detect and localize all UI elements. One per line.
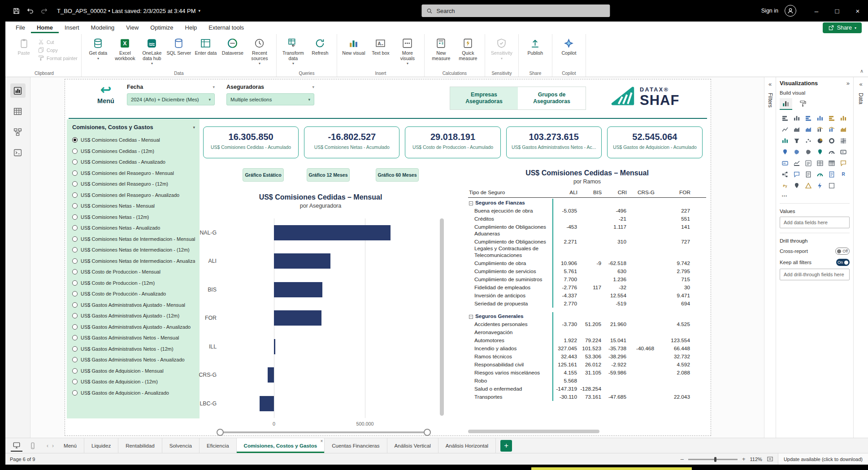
visual-type-python-visual-icon[interactable]: Py bbox=[780, 181, 790, 190]
model-view-button[interactable] bbox=[10, 125, 26, 139]
page-tab-menú[interactable]: Menú bbox=[56, 438, 84, 453]
slider-handle-left[interactable] bbox=[217, 429, 224, 436]
visual-type-power-automate-icon[interactable] bbox=[815, 181, 825, 190]
filters-pane-collapsed[interactable]: « Filters bbox=[764, 77, 776, 438]
visual-type-key-influencers-icon[interactable] bbox=[838, 158, 849, 168]
measure-option-us-comisiones-netas-12m[interactable]: US$ Comisiones Netas - (12m) bbox=[72, 212, 195, 223]
matrix-row-ramos-técnicos[interactable]: Ramos técnicos32.44353.306-38.29632.732 bbox=[468, 352, 706, 361]
matrix-row-cumplimiento-de-obligaciones-legales-y-contractuales-de-telecomunicaciones[interactable]: Cumplimiento de Obligaciones Legales y C… bbox=[468, 238, 706, 259]
undo-icon[interactable] bbox=[26, 7, 34, 15]
visual-type-stacked-column-chart-icon[interactable] bbox=[791, 113, 802, 123]
zoom-level[interactable]: 112% bbox=[750, 457, 762, 462]
visual-type-smart-narrative-icon[interactable] bbox=[803, 170, 814, 179]
visual-type-line-and-clustered-column-chart-icon[interactable] bbox=[826, 125, 837, 134]
ribbon-button-sensitivity[interactable]: Sensitivity▾ bbox=[489, 36, 515, 61]
collapse-slicer-icon[interactable]: ▾ bbox=[213, 85, 215, 89]
matrix-column-header-ali[interactable]: ALI bbox=[553, 189, 578, 196]
visual-type-scatter-chart-icon[interactable] bbox=[803, 136, 814, 145]
title-dropdown-icon[interactable]: ▾ bbox=[199, 9, 201, 13]
matrix-row-buena-ejecución-de-obra[interactable]: Buena ejecución de obra-5.035-496227 bbox=[468, 207, 706, 215]
page-tab-rentabilidad[interactable]: Rentabilidad bbox=[118, 438, 162, 453]
ribbon-button-transform-data[interactable]: Transform data▾ bbox=[280, 36, 306, 66]
measure-option-us-gastos-de-adquisicion-12m[interactable]: US$ Gastos de Adquisicion - (12m) bbox=[72, 376, 195, 387]
slider-track[interactable] bbox=[220, 431, 427, 433]
measure-option-us-costo-de-produccion-12m[interactable]: US$ Costo de Produccion - (12m) bbox=[72, 278, 195, 289]
dax-query-view-button[interactable] bbox=[10, 145, 26, 160]
menu-tab-home[interactable]: Home bbox=[31, 22, 59, 33]
matrix-group-seguros-generales[interactable]: −Seguros Generales bbox=[468, 312, 706, 320]
next-page-icon[interactable]: › bbox=[52, 443, 54, 449]
bar-bis[interactable] bbox=[274, 282, 322, 297]
ribbon-button-dataverse[interactable]: Dataverse bbox=[220, 36, 246, 56]
measure-option-us-comisiones-netas-de-intermediacion-12m[interactable]: US$ Comisiones Netas de Intermediacion -… bbox=[72, 244, 195, 256]
menu-tab-view[interactable]: View bbox=[120, 22, 144, 33]
measure-option-us-comisiones-del-reaseguro-anualizado[interactable]: US$ Comisiones del Reaseguro - Anualizad… bbox=[72, 190, 195, 201]
visual-type-matrix-icon[interactable] bbox=[826, 158, 837, 168]
ribbon-button-onelake-data-hub[interactable]: OneLake data hub▾ bbox=[139, 36, 165, 66]
page-tab-cuentas-financieras[interactable]: Cuentas Financieras bbox=[325, 438, 387, 453]
measure-option-us-gastos-administrativos-netos-anualizado[interactable]: US$ Gastos Administrativos Netos - Anual… bbox=[72, 354, 195, 366]
matrix-column-header-for[interactable]: FOR bbox=[655, 189, 691, 196]
report-view-button[interactable] bbox=[10, 83, 26, 98]
matrix-horizontal-scrollbar[interactable] bbox=[468, 430, 599, 433]
empresas-aseguradoras-button[interactable]: Empresas Aseguradoras bbox=[450, 87, 518, 109]
measure-option-us-comisiones-cedidas-mensual[interactable]: US$ Comisiones Cedidas - Mensual bbox=[72, 135, 195, 146]
measure-option-us-gastos-administrativos-netos-mensual[interactable]: US$ Gastos Administrativos Netos - Mensu… bbox=[72, 332, 195, 344]
fecha-dropdown[interactable]: 2024 (Año) + Diciembre (Mes) ▾ bbox=[127, 93, 215, 105]
visual-type-area-chart-icon[interactable] bbox=[791, 125, 802, 134]
visual-type-slicer-icon[interactable] bbox=[803, 158, 814, 168]
account-avatar-icon[interactable] bbox=[785, 5, 796, 17]
visual-type-100-stacked-column-chart-icon[interactable] bbox=[838, 113, 849, 123]
table-view-button[interactable] bbox=[10, 104, 26, 118]
keep-all-filters-toggle[interactable]: On bbox=[836, 259, 850, 266]
measure-option-us-comisiones-del-reaseguro-mensual[interactable]: US$ Comisiones del Reaseguro - Mensual bbox=[72, 168, 195, 179]
visual-type-stacked-area-chart-icon[interactable] bbox=[803, 125, 814, 134]
bar-ill[interactable] bbox=[274, 339, 275, 354]
zoom-out-button[interactable]: – bbox=[681, 456, 684, 462]
menu-back-button[interactable]: ↩ Menú bbox=[90, 83, 122, 104]
chart-mode-button-gráfico-60-meses[interactable]: Gráfico 60 Meses bbox=[376, 168, 419, 182]
visual-type-pie-chart-icon[interactable] bbox=[815, 136, 825, 145]
slider-handle-right[interactable] bbox=[424, 429, 431, 436]
expand-data-icon[interactable]: « bbox=[859, 81, 862, 87]
web-layout-view-button[interactable] bbox=[11, 440, 22, 452]
menu-tab-file[interactable]: File bbox=[10, 22, 31, 33]
zoom-slider-thumb[interactable] bbox=[714, 457, 716, 462]
measure-option-us-costo-de-produccion-mensual[interactable]: US$ Costo de Produccion - Mensual bbox=[72, 266, 195, 278]
collapse-visualizations-icon[interactable]: » bbox=[846, 80, 850, 87]
close-tab-icon[interactable]: × bbox=[320, 439, 323, 444]
visual-type-clustered-bar-chart-icon[interactable] bbox=[803, 113, 814, 123]
measure-option-us-comisiones-netas-de-intermediacion-anualizado[interactable]: US$ Comisiones Netas de Intermediacion -… bbox=[72, 256, 195, 267]
measure-option-us-comisiones-cedidas-12m[interactable]: US$ Comisiones Cedidas - (12m) bbox=[72, 146, 195, 157]
visual-type-treemap-icon[interactable] bbox=[838, 136, 849, 145]
measure-option-us-gastos-administrativos-ajustado-mensual[interactable]: US$ Gastos Administrativos Ajustado - Me… bbox=[72, 300, 195, 311]
matrix-row-seriedad-de-propuesta[interactable]: Seriedad de propuesta2.770-519694 bbox=[468, 300, 706, 308]
measure-option-us-comisiones-netas-anualizado[interactable]: US$ Comisiones Netas - Anualizado bbox=[72, 222, 195, 234]
expand-filters-icon[interactable]: « bbox=[768, 81, 772, 87]
bar-lbc-g[interactable] bbox=[260, 396, 274, 411]
ribbon-button-new-measure[interactable]: New measure bbox=[428, 36, 454, 61]
bar-chart-visual[interactable]: US$ Comisiones Cedidas – Mensual por Ase… bbox=[195, 191, 446, 436]
visual-type-clustered-column-chart-icon[interactable] bbox=[815, 113, 825, 123]
save-icon[interactable] bbox=[13, 7, 20, 15]
format-visual-mode-button[interactable] bbox=[797, 98, 809, 110]
close-button[interactable]: × bbox=[847, 0, 868, 22]
visual-type-custom-visual-icon[interactable] bbox=[826, 181, 837, 190]
more-visual-types-button[interactable]: … bbox=[780, 190, 850, 199]
ribbon-button-new-visual[interactable]: New visual bbox=[341, 36, 367, 56]
matrix-row-cumplimiento-de-obra[interactable]: Cumplimiento de obra10.906-9-62.5189.742 bbox=[468, 259, 706, 267]
measure-option-us-gastos-administrativos-netos-12m[interactable]: US$ Gastos Administrativos Netos - (12m) bbox=[72, 344, 195, 355]
visual-type-arcgis-map-icon[interactable] bbox=[791, 181, 802, 190]
measure-option-us-comisiones-del-reaseguro-12m[interactable]: US$ Comisiones del Reaseguro - (12m) bbox=[72, 178, 195, 190]
matrix-row-cumplimiento-de-obligaciones-aduaneras[interactable]: Cumplimiento de Obligaciones Aduaneras-4… bbox=[468, 223, 706, 238]
bar-for[interactable] bbox=[274, 310, 321, 326]
visual-type-map-icon[interactable] bbox=[780, 147, 790, 157]
zoom-in-button[interactable]: + bbox=[742, 456, 746, 462]
kpi-card-us-comisiones-cedidas-acumulado[interactable]: 16.305.850US$ Comisiones Cedidas - Acumu… bbox=[203, 126, 299, 158]
matrix-row-inversión-de-anticipos[interactable]: Inversión de anticipos-4.33712.5549.471 bbox=[468, 292, 706, 300]
mobile-layout-view-button[interactable] bbox=[27, 440, 39, 452]
menu-tab-help[interactable]: Help bbox=[179, 22, 203, 33]
kpi-card-us-costo-de-produccion-acumulado[interactable]: 29.018.191US$ Costo de Produccion - Acum… bbox=[405, 126, 500, 158]
ribbon-button-text-box[interactable]: AText box bbox=[368, 36, 394, 56]
visual-type-100-stacked-bar-chart-icon[interactable] bbox=[826, 113, 837, 123]
